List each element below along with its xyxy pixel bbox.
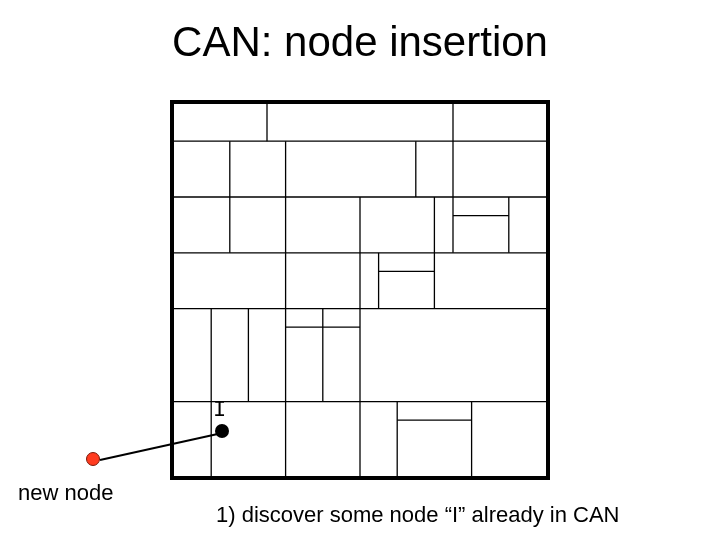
new-node-label: new node <box>18 480 113 506</box>
slide-title: CAN: node insertion <box>0 18 720 66</box>
slide: CAN: node insertion <box>0 0 720 540</box>
step-caption: 1) discover some node “I” already in CAN <box>216 502 620 528</box>
new-node-dot <box>86 452 100 466</box>
node-I-dot <box>215 424 229 438</box>
node-label-I: I <box>213 398 226 423</box>
zone-partition-lines <box>174 104 546 476</box>
can-space <box>170 100 550 480</box>
